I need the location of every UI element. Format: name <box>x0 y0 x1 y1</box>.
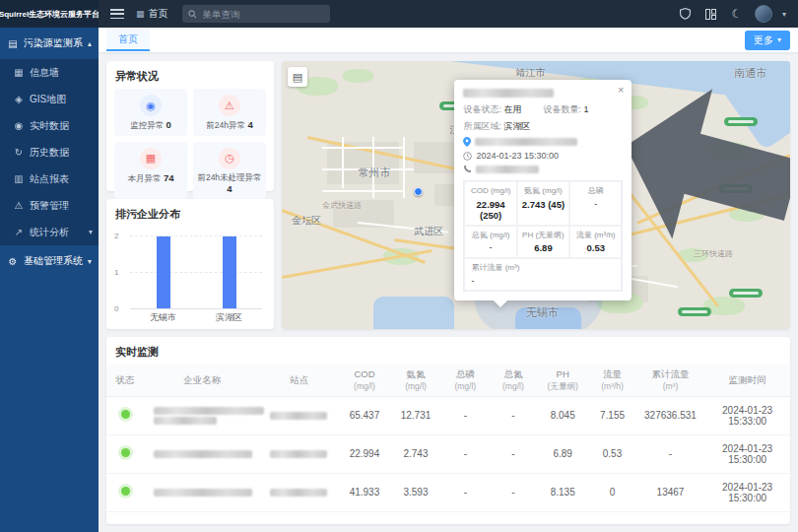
table-cell: 3.593 <box>390 473 441 511</box>
sidebar-item-label: 历史数据 <box>30 146 69 160</box>
monitor-icon: ◉ <box>140 95 162 116</box>
search-icon <box>188 10 197 19</box>
sidebar-section-label: 基础管理系统 <box>24 254 83 268</box>
sidebar-item-realtime-data[interactable]: ◉实时数据 <box>0 112 99 139</box>
history-data-icon: ↻ <box>13 147 25 158</box>
more-button[interactable]: 更多 ▾ <box>745 31 790 50</box>
enterprise-name-redacted <box>144 396 260 434</box>
stat-tile[interactable]: ▦本月异常 74 <box>114 142 187 200</box>
table-cell: 8.135 <box>537 473 588 511</box>
sidebar-item-label: GIS地图 <box>30 93 66 106</box>
map-layers-control[interactable]: ▤ <box>288 67 307 87</box>
table-row[interactable]: 22.9942.743--6.890.53-2024-01-23 15:30:0… <box>106 434 790 473</box>
realtime-data-icon: ◉ <box>13 120 25 131</box>
table-row[interactable]: 41.9333.593--8.1350134672024-01-23 15:30… <box>106 473 790 511</box>
table-column-header: 总氮(mg/l) <box>490 365 538 396</box>
sidebar-item-stats-analysis[interactable]: ↗统计分析▾ <box>0 219 99 245</box>
map-city-label: 金坛区 <box>292 214 321 228</box>
stat-value: 4 <box>247 119 252 130</box>
map-road <box>403 137 405 198</box>
badge-icon[interactable] <box>678 6 694 22</box>
table-cell: 22.994 <box>339 434 390 473</box>
enterprise-distribution-card: 排污企业分布 210 无锡市滨湖区 <box>106 199 274 329</box>
stat-value: 74 <box>164 172 174 183</box>
layout-columns-icon[interactable] <box>703 6 719 22</box>
sidebar-item-label: 实时数据 <box>30 119 69 133</box>
app-logo: Squirrel生态环境云服务平台 <box>0 0 99 28</box>
hamburger-icon[interactable] <box>110 9 124 19</box>
site-report-icon: ▥ <box>13 173 25 184</box>
realtime-monitor-title: 实时监测 <box>106 337 790 365</box>
redacted-address <box>475 138 577 146</box>
stat-tile[interactable]: ⚠前24h异常 4 <box>193 89 266 136</box>
sidebar-section-monitor-system[interactable]: ▤污染源监测系统▴ <box>0 28 99 59</box>
theme-toggle-icon[interactable]: ☾ <box>729 6 745 22</box>
table-cell: - <box>490 434 538 473</box>
avatar[interactable] <box>755 5 772 23</box>
chevron-up-icon: ▴ <box>88 39 92 48</box>
site-name-redacted <box>260 473 339 511</box>
stat-value: 0 <box>166 119 171 130</box>
chevron-down-icon[interactable]: ▾ <box>782 10 786 19</box>
popup-phone-row <box>463 165 623 173</box>
popup-field: 设备状态: 在用 <box>463 103 543 116</box>
table-column-header: 总磷(mg/l) <box>441 365 490 396</box>
bar-chart: 210 无锡市滨湖区 <box>130 233 262 325</box>
table-cell: 13467 <box>636 473 704 511</box>
info-wall-icon: ▦ <box>13 67 25 78</box>
popup-metric: 总氮 (mg/l)- <box>464 226 516 259</box>
table-cell: 6.89 <box>537 434 588 473</box>
alert-manage-icon: ⚠ <box>13 200 25 211</box>
table-cell: - <box>636 434 704 473</box>
sidebar-item-alert-manage[interactable]: ⚠预警管理 <box>0 192 99 219</box>
popup-time: 2024-01-23 15:30:00 <box>476 151 559 161</box>
table-cell: - <box>490 396 538 434</box>
map-road <box>322 190 404 192</box>
sidebar-item-gis-map[interactable]: ◈GIS地图 <box>0 86 99 112</box>
realtime-monitor-card: 实时监测 状态企业名称站点COD(mg/l)氨氮(mg/l)总磷(mg/l)总氮… <box>106 337 790 524</box>
scenic-area-label <box>678 307 711 316</box>
monitor-time-cell: 2024-01-23 15:30:00 <box>704 434 790 473</box>
sidebar-item-info-wall[interactable]: ▦信息墙 <box>0 59 99 86</box>
sidebar-section-base-system[interactable]: ⚙基础管理系统▾ <box>0 245 99 277</box>
scenic-area-label <box>724 117 758 126</box>
table-column-header: 状态 <box>106 365 144 396</box>
stat-tile[interactable]: ◉监控异常 0 <box>114 89 187 136</box>
table-cell: 0 <box>588 473 636 511</box>
scenic-area-label <box>729 289 763 298</box>
base-system-icon: ⚙ <box>7 256 19 267</box>
table-column-header: 监测时间 <box>704 365 790 396</box>
stat-label: 本月异常 74 <box>128 172 174 184</box>
clock-icon: ◷ <box>219 148 240 169</box>
home-icon: ▦ <box>136 9 145 19</box>
menu-search[interactable] <box>182 5 330 23</box>
search-input[interactable] <box>201 8 324 21</box>
popup-metric: 总磷- <box>569 181 622 226</box>
tab-home[interactable]: 首页 <box>106 29 150 51</box>
dashboard-content: 异常状况 ◉监控异常 0⚠前24h异常 4▦本月异常 74◷前24h未处理异常 … <box>99 53 798 532</box>
station-popup: × 设备状态: 在用设备数量: 1所属区域: 滨湖区 2024-01-23 15… <box>454 80 632 300</box>
monitor-time-cell: 2024-01-23 15:30:00 <box>704 473 790 511</box>
station-marker[interactable] <box>414 187 423 196</box>
gis-map[interactable]: 靖江市南通市常州市江阴市金坛区武进区无锡市三环快速路金武快速路沿江高速公路 ▤ … <box>282 61 790 329</box>
breadcrumb[interactable]: ▦ 首页 <box>136 7 168 21</box>
close-icon[interactable]: × <box>618 85 624 96</box>
table-row[interactable]: 65.43712.731--8.0457.155327636.5312024-0… <box>106 396 790 434</box>
enterprise-name-redacted <box>144 434 260 473</box>
table-cell: 2.743 <box>390 434 441 473</box>
table-column-header: 流量(m³/h) <box>588 365 636 396</box>
sidebar-item-history-data[interactable]: ↻历史数据 <box>0 139 99 166</box>
gis-map-icon: ◈ <box>13 94 25 104</box>
bar-滨湖区 <box>223 236 236 308</box>
sidebar-item-site-report[interactable]: ▥站点报表 <box>0 166 99 192</box>
map-road-label: 金武快速路 <box>322 200 362 211</box>
phone-icon <box>463 165 472 173</box>
stat-tile[interactable]: ◷前24h未处理异常 4 <box>193 142 266 200</box>
popup-time-row: 2024-01-23 15:30:00 <box>463 151 623 161</box>
map-road-label: 三环快速路 <box>694 248 733 259</box>
table-column-header: 累计流量(m³) <box>636 365 704 396</box>
table-column-header: 企业名称 <box>144 365 260 396</box>
main-area: 首页 更多 ▾ 异常状况 ◉监控异常 0⚠前24h异常 4▦本月异常 74◷前2… <box>99 28 798 532</box>
table-cell: 41.933 <box>339 473 390 511</box>
abnormal-status-title: 异常状况 <box>106 61 274 89</box>
